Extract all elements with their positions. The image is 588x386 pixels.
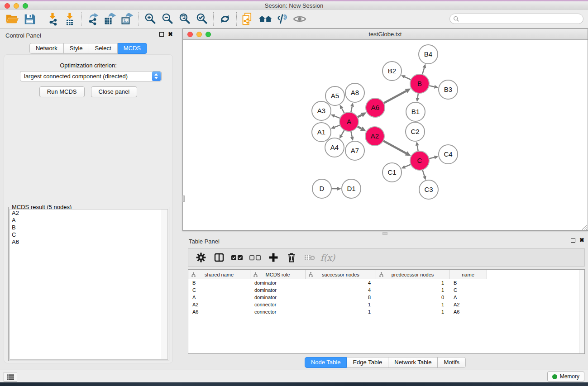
zoom-in-icon[interactable] — [142, 11, 159, 27]
criterion-dropdown[interactable]: largest connected component (directed) — [20, 71, 162, 81]
add-column-icon[interactable] — [265, 250, 282, 265]
tab-select[interactable]: Select — [89, 43, 118, 54]
edge-C-C4[interactable] — [429, 157, 434, 159]
column-header-successor-nodes[interactable]: successor nodes — [306, 270, 376, 279]
close-panel-button[interactable]: Close panel — [91, 86, 138, 97]
table-cell: 1 — [306, 302, 376, 307]
tab-node-table[interactable]: Node Table — [305, 357, 347, 368]
column-header-MCDS-role[interactable]: MCDS role — [250, 270, 306, 279]
node-label-A6: A6 — [371, 104, 379, 111]
edge-A2-C[interactable] — [383, 141, 406, 153]
refresh-icon[interactable] — [216, 11, 234, 27]
zoom-fit-icon[interactable] — [176, 11, 193, 27]
open-folder-icon[interactable] — [4, 11, 21, 27]
mcds-list-scrollbar[interactable] — [162, 210, 167, 359]
mcds-result-groupbox: MCDS result (5 nodes) A2ABCA6 — [8, 207, 169, 361]
edge-C-C2[interactable] — [417, 146, 418, 152]
network-window-resize-handle[interactable] — [582, 225, 587, 230]
node-label-A5: A5 — [331, 92, 339, 100]
deselect-all-checkboxes-icon[interactable] — [247, 250, 263, 265]
table-options-gear-icon[interactable] — [193, 250, 209, 265]
export-table-icon[interactable] — [101, 11, 119, 27]
table-toolbar: f(x) — [188, 248, 585, 267]
node-label-C3: C3 — [424, 186, 433, 193]
arrowhead-icon — [434, 85, 439, 89]
network-canvas[interactable]: AA1A2A3A4A5A6A7A8BB1B2B3B4CC1C2C3C4DD1 — [183, 40, 588, 230]
mcds-result-item[interactable]: C — [10, 231, 167, 238]
float-panel-icon[interactable] — [159, 32, 164, 37]
table-scrollbar[interactable] — [579, 270, 584, 353]
edge-A-A6[interactable] — [358, 115, 362, 117]
column-header-shared-name[interactable]: shared name — [188, 270, 250, 279]
edge-B-B2[interactable] — [405, 77, 411, 80]
delete-table-icon[interactable] — [301, 250, 318, 265]
show-columns-icon[interactable] — [211, 250, 227, 265]
tab-mcds[interactable]: MCDS — [118, 43, 147, 54]
export-network-icon[interactable] — [84, 11, 101, 27]
table-cell: B — [188, 280, 250, 286]
zoom-out-icon[interactable] — [159, 11, 176, 27]
edge-A-A3[interactable] — [335, 116, 340, 118]
tab-style[interactable]: Style — [64, 43, 89, 54]
edge-A-A2[interactable] — [357, 126, 361, 129]
edge-B-B3[interactable] — [429, 86, 435, 86]
edge-B-B4[interactable] — [422, 68, 424, 75]
table-cell: 4 — [306, 280, 376, 286]
mcds-result-item[interactable]: A6 — [10, 238, 167, 246]
delete-column-icon[interactable] — [283, 250, 300, 265]
import-network-icon[interactable] — [44, 11, 61, 27]
home-sessions-icon[interactable] — [257, 11, 274, 27]
edge-C-C1[interactable] — [405, 164, 411, 167]
control-panel-tabs: NetworkStyleSelectMCDS — [0, 43, 177, 54]
arrowhead-icon — [350, 103, 354, 107]
node-label-A3: A3 — [317, 107, 325, 114]
mcds-result-item[interactable]: A2 — [10, 210, 167, 217]
column-header-predecessor-nodes[interactable]: predecessor nodes — [376, 270, 449, 279]
edge-C-C3[interactable] — [422, 170, 424, 176]
edge-A-A8[interactable] — [351, 106, 352, 112]
edge-A-A4[interactable] — [341, 130, 344, 135]
tab-edge-table[interactable]: Edge Table — [347, 357, 388, 368]
table-row[interactable]: Cdominator41C — [188, 286, 584, 294]
tab-motifs[interactable]: Motifs — [438, 357, 466, 368]
table-panel-tabs: Node TableEdge TableNetwork TableMotifs — [182, 357, 588, 368]
network-window-left-grip[interactable] — [182, 195, 185, 202]
run-mcds-button[interactable]: Run MCDS — [39, 86, 85, 97]
select-all-checkboxes-icon[interactable] — [229, 250, 245, 265]
edge-A-A7[interactable] — [351, 131, 352, 137]
mcds-result-item[interactable]: B — [10, 224, 167, 231]
toolbar-search-field[interactable] — [449, 14, 583, 24]
node-table[interactable]: shared nameMCDS rolesuccessor nodesprede… — [188, 269, 585, 354]
desktop-bottom-strip — [0, 382, 588, 386]
mcds-result-item[interactable]: A — [10, 217, 167, 224]
show-graphics-details-icon[interactable] — [291, 11, 308, 27]
mcds-result-list[interactable]: A2ABCA6 — [10, 209, 168, 360]
edge-A-A1[interactable] — [335, 125, 340, 127]
zoom-selected-icon[interactable] — [193, 11, 210, 27]
column-header-name[interactable]: name — [449, 270, 487, 279]
network-window-titlebar[interactable]: testGlobe.txt — [183, 29, 588, 40]
edge-A-A5[interactable] — [342, 108, 344, 113]
table-row[interactable]: Adominator80A — [188, 294, 584, 301]
memory-status-icon — [552, 374, 557, 379]
close-panel-icon[interactable]: ✖ — [168, 32, 173, 37]
edge-B-B1[interactable] — [417, 93, 418, 98]
task-history-button[interactable] — [4, 372, 17, 382]
close-table-panel-icon[interactable]: ✖ — [579, 238, 584, 243]
tab-network[interactable]: Network — [29, 43, 64, 54]
table-row[interactable]: Bdominator41B — [188, 279, 584, 286]
edge-A6-B[interactable] — [383, 91, 406, 103]
import-table-icon[interactable] — [61, 11, 78, 27]
function-builder-icon[interactable]: f(x) — [320, 250, 336, 265]
hide-graphics-details-icon[interactable] — [274, 11, 291, 27]
table-cell: dominator — [250, 295, 306, 300]
clone-network-icon[interactable] — [239, 11, 257, 27]
table-row[interactable]: A6connector11A6 — [188, 308, 584, 315]
save-icon[interactable] — [21, 11, 38, 27]
table-row[interactable]: A2connector11A2 — [188, 301, 584, 308]
float-table-panel-icon[interactable] — [571, 238, 575, 243]
export-image-icon[interactable] — [119, 11, 136, 27]
memory-button[interactable]: Memory — [547, 372, 584, 381]
tab-network-table[interactable]: Network Table — [388, 357, 438, 368]
search-input[interactable] — [459, 15, 583, 23]
